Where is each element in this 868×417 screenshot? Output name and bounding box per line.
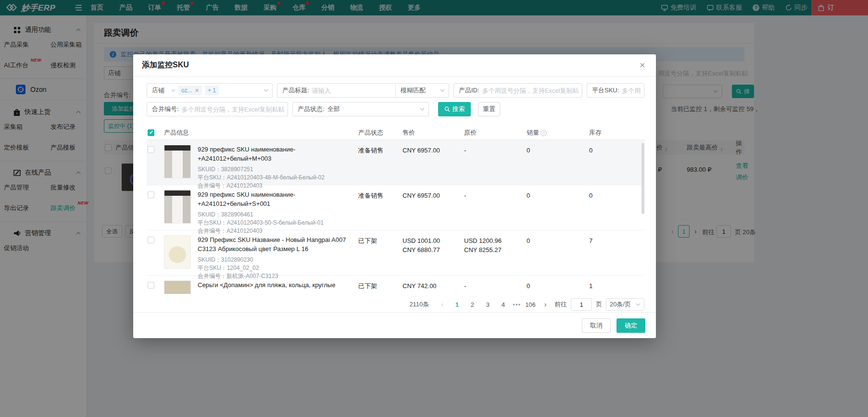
row-price: CNY 6957.00 <box>403 145 464 155</box>
product-title: 929 Префикс SKU Название - Новый Hangpai… <box>198 235 352 253</box>
product-platform-sku: 平台SKU：1204_02_02 <box>198 264 352 272</box>
page-number-3[interactable]: 3 <box>482 298 493 311</box>
chevron-down-icon <box>264 89 268 92</box>
row-status: 已下架 <box>358 280 403 291</box>
chevron-down-icon <box>440 89 445 92</box>
table-header: 产品信息 产品状态 售价 原价 销量 库存 <box>147 126 644 140</box>
row-sales: 0 <box>527 235 589 245</box>
chevron-down-icon <box>636 303 641 306</box>
table-row: 929 префикс SKU наименование-+A241012+бе… <box>147 185 644 230</box>
modal-header: 添加监控SKU ✕ <box>133 54 656 76</box>
row-sales: 0 <box>527 280 589 291</box>
table-row: 929 префикс SKU наименование-+A241012+бе… <box>147 140 644 185</box>
row-stock: 1 <box>589 280 644 291</box>
page-number-4[interactable]: 4 <box>497 298 509 311</box>
product-image <box>164 190 191 224</box>
table-row: 929 Префикс SKU Название - Новый Hangpai… <box>147 230 644 276</box>
reset-button[interactable]: 重置 <box>478 102 500 116</box>
col-product-info: 产品信息 <box>164 128 358 137</box>
chevron-down-icon <box>420 108 425 111</box>
table-body: 929 префикс SKU наименование-+A241012+бе… <box>147 140 644 294</box>
row-checkbox[interactable] <box>148 191 154 198</box>
product-image <box>164 280 191 294</box>
next-page-icon[interactable]: › <box>540 301 551 308</box>
product-platform-sku: 平台SKU：A2410120403-50-S-белый-Белый-01 <box>198 219 352 227</box>
add-monitor-sku-modal: 添加监控SKU ✕ 店铺 oz... ✕ + 1 产品标题: <box>133 54 656 338</box>
page-number-last[interactable]: 106 <box>525 298 536 311</box>
product-platform-sku: 平台SKU：A2410120403-48-M-белый-Белый-02 <box>198 174 352 182</box>
close-icon[interactable]: ✕ <box>639 62 645 69</box>
col-stock: 库存 <box>589 128 644 137</box>
row-price: CNY 742.00 <box>403 280 464 291</box>
row-price: USD 1001.00CNY 6880.77 <box>403 235 464 254</box>
chevron-down-icon <box>171 89 176 92</box>
product-image <box>164 235 191 269</box>
col-original-price: 原价 <box>464 128 527 137</box>
product-merge-code: 合并编号：新杭派-A007-C3123 <box>198 272 352 280</box>
pagination-total: 2110条 <box>409 300 429 309</box>
page-number-2[interactable]: 2 <box>466 298 478 311</box>
page-number-1[interactable]: 1 <box>451 298 463 311</box>
product-skuid: SKUID：3828907251 <box>198 165 352 174</box>
row-original-price: - <box>464 190 527 200</box>
row-checkbox[interactable] <box>148 282 154 289</box>
scrollbar-thumb[interactable] <box>642 143 644 214</box>
row-stock: 7 <box>589 235 644 245</box>
row-status: 准备销售 <box>358 190 403 200</box>
product-merge-code: 合并编号：A2410120403 <box>198 182 352 190</box>
row-stock: 0 <box>589 145 644 155</box>
page-unit-label: 页 <box>596 300 602 309</box>
product-id-filter: 产品ID: <box>453 83 582 98</box>
product-title-filter: 产品标题: 模糊匹配 <box>277 83 449 98</box>
product-title: 929 префикс SKU наименование-+A241012+бе… <box>198 190 352 208</box>
row-checkbox[interactable] <box>148 146 154 153</box>
col-product-status: 产品状态 <box>358 128 403 137</box>
row-stock: 0 <box>589 190 644 200</box>
row-status: 已下架 <box>358 235 403 245</box>
page-size-select[interactable]: 20条/页 <box>606 298 644 311</box>
row-status: 准备销售 <box>358 145 403 155</box>
platform-sku-input[interactable] <box>619 87 644 94</box>
row-original-price: USD 1200.96CNY 8255.27 <box>464 235 527 254</box>
product-skuid: SKUID：3102890230 <box>198 256 352 264</box>
search-button[interactable]: 搜索 <box>438 102 471 116</box>
row-original-price: - <box>464 145 527 155</box>
shop-multiselect[interactable]: 店铺 oz... ✕ + 1 <box>147 83 273 98</box>
more-pages-icon[interactable]: ••• <box>513 301 521 308</box>
product-status-value: 全部 <box>325 105 340 114</box>
merge-code-input[interactable] <box>179 106 288 113</box>
row-original-price: - <box>464 280 527 291</box>
row-checkbox[interactable] <box>148 237 154 243</box>
goto-label: 前往 <box>554 300 567 309</box>
product-status-select[interactable]: 产品状态: 全部 <box>292 102 429 116</box>
modal-footer: 取消 确定 <box>133 312 656 338</box>
goto-page-input[interactable] <box>571 298 592 311</box>
match-mode-select[interactable]: 模糊匹配 <box>396 86 449 95</box>
product-title-input[interactable] <box>309 87 395 94</box>
merge-code-filter: 合并编号: <box>147 102 288 116</box>
product-merge-code: 合并编号：A2410120403 <box>198 227 352 235</box>
platform-sku-filter: 平台SKU: <box>587 83 644 98</box>
question-icon <box>541 130 547 136</box>
shop-tag: oz... ✕ <box>178 86 202 95</box>
prev-page-icon[interactable]: ‹ <box>437 301 447 308</box>
shop-tag-more[interactable]: + 1 <box>205 86 219 95</box>
remove-tag-icon[interactable]: ✕ <box>195 88 199 94</box>
col-sales: 销量 <box>527 128 589 137</box>
confirm-button[interactable]: 确定 <box>616 318 645 333</box>
product-title: Серьги <Допамин> для пляжа, кольца, круг… <box>198 280 335 290</box>
cancel-button[interactable]: 取消 <box>582 318 611 333</box>
product-skuid: SKUID：3828906461 <box>198 211 352 219</box>
product-title: 929 префикс SKU наименование-+A241012+бе… <box>198 145 352 163</box>
row-price: CNY 6957.00 <box>403 190 464 200</box>
modal-body: 店铺 oz... ✕ + 1 产品标题: 模糊匹配 <box>133 76 656 312</box>
row-sales: 0 <box>527 145 589 155</box>
modal-title: 添加监控SKU <box>142 60 189 70</box>
product-image <box>164 145 191 178</box>
select-all-checkbox[interactable] <box>148 129 154 136</box>
product-id-input[interactable] <box>479 87 582 94</box>
col-sale-price: 售价 <box>403 128 464 137</box>
search-icon <box>444 106 450 112</box>
row-sales: 0 <box>527 190 589 200</box>
